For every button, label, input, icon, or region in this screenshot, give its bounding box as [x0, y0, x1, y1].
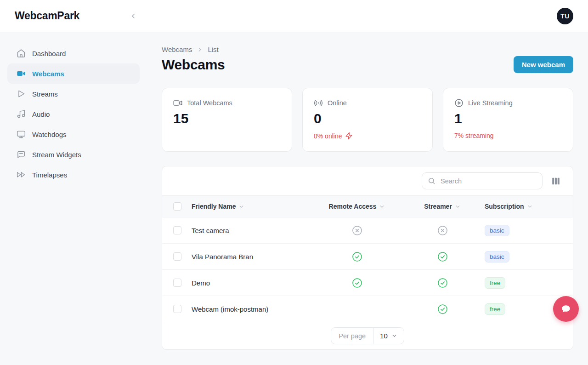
sidebar-item-dashboard[interactable]: Dashboard: [7, 43, 140, 63]
check-circle-icon: [437, 251, 448, 262]
chevron-down-icon: [238, 204, 244, 210]
table-body: Test camera basic Vila Panorama Bran bas…: [162, 217, 573, 322]
stat-card-live-streaming: Live Streaming 1 7% streaming: [443, 88, 573, 152]
sidebar-collapse-button[interactable]: [127, 10, 140, 23]
subscription-badge: basic: [485, 225, 509, 236]
chevron-right-icon: [197, 46, 203, 53]
stat-card-total-webcams: Total Webcams 15: [162, 88, 292, 152]
sidebar-item-label: Webcams: [32, 70, 64, 78]
sidebar-item-watchdogs[interactable]: Watchdogs: [7, 124, 140, 144]
stat-value: 15: [173, 111, 281, 126]
new-webcam-button[interactable]: New webcam: [514, 56, 573, 73]
table-row[interactable]: Demo free: [162, 270, 573, 296]
chat-bubble-icon: [560, 302, 572, 315]
sidebar-item-webcams[interactable]: Webcams: [7, 63, 140, 84]
video-camera-icon: [17, 69, 26, 78]
webcam-name: Demo: [192, 279, 306, 287]
check-circle-icon: [437, 304, 448, 314]
column-header-remote-access[interactable]: Remote Access: [306, 203, 407, 210]
avatar[interactable]: TU: [557, 8, 573, 24]
sidebar: Dashboard Webcams Streams Audio Watchdog…: [0, 32, 147, 365]
sidebar-item-timelapses[interactable]: Timelapses: [7, 165, 140, 185]
table-row[interactable]: Vila Panorama Bran basic: [162, 244, 573, 270]
sidebar-item-audio[interactable]: Audio: [7, 104, 140, 124]
check-circle-icon: [352, 251, 362, 262]
streamer-status: [407, 304, 477, 314]
streamer-status: [407, 225, 477, 236]
per-page-control: Per page 10: [331, 327, 404, 344]
chevron-left-icon: [130, 12, 137, 20]
chat-widget-button[interactable]: [553, 296, 579, 322]
sidebar-item-stream-widgets[interactable]: Stream Widgets: [7, 144, 140, 165]
play-icon: [17, 89, 26, 98]
chevron-down-icon: [527, 204, 533, 210]
table-row[interactable]: Webcam (imok-postman) free: [162, 296, 573, 322]
remote-access-status: [306, 225, 407, 236]
webcams-table: Friendly Name Remote Access Streamer: [162, 166, 573, 350]
search-box: [422, 172, 543, 189]
columns-settings-button[interactable]: [550, 175, 562, 187]
table-toolbar: [162, 166, 573, 195]
table-row[interactable]: Test camera basic: [162, 217, 573, 244]
select-all-checkbox[interactable]: [173, 202, 181, 211]
page-title: Webcams: [162, 57, 225, 73]
chevron-down-icon: [455, 204, 461, 210]
check-circle-icon: [437, 278, 448, 288]
row-checkbox[interactable]: [173, 305, 181, 313]
per-page-select[interactable]: 10: [373, 328, 404, 344]
stat-card-online: Online 0 0% online: [302, 88, 433, 152]
streamer-status: [407, 251, 477, 262]
chevron-down-icon: [379, 204, 385, 210]
sidebar-item-label: Dashboard: [32, 50, 66, 57]
sidebar-item-label: Streams: [32, 90, 58, 98]
table-footer: Per page 10: [162, 322, 573, 349]
music-note-icon: [17, 109, 26, 119]
stats-cards: Total Webcams 15 Online 0 0% online: [162, 88, 573, 152]
stat-value: 1: [454, 111, 562, 126]
subscription-badge: free: [485, 277, 505, 289]
sidebar-item-label: Watchdogs: [32, 131, 66, 138]
webcam-name: Webcam (imok-postman): [192, 305, 306, 313]
sidebar-item-streams[interactable]: Streams: [7, 84, 140, 104]
stat-label: Online: [328, 99, 347, 107]
row-checkbox[interactable]: [173, 279, 181, 287]
play-circle-icon: [454, 98, 464, 108]
search-input[interactable]: [422, 172, 543, 189]
table-header-row: Friendly Name Remote Access Streamer: [162, 195, 573, 217]
fast-forward-icon: [17, 170, 26, 179]
video-icon: [173, 98, 182, 108]
column-header-streamer[interactable]: Streamer: [407, 203, 477, 210]
lightning-bolt-icon: [345, 132, 353, 140]
breadcrumb-list[interactable]: List: [208, 46, 218, 53]
subscription-badge: free: [485, 303, 505, 315]
breadcrumb: Webcams List: [162, 46, 573, 53]
broadcast-icon: [314, 98, 323, 108]
columns-icon: [551, 176, 561, 186]
webcam-name: Vila Panorama Bran: [192, 253, 306, 261]
home-icon: [17, 49, 26, 58]
column-header-friendly-name[interactable]: Friendly Name: [192, 203, 306, 210]
stat-value: 0: [314, 111, 421, 126]
app-logo: WebcamPark: [15, 10, 79, 22]
column-header-subscription[interactable]: Subscription: [477, 203, 573, 210]
check-circle-icon: [352, 278, 362, 288]
sidebar-item-label: Audio: [32, 110, 50, 118]
row-checkbox[interactable]: [173, 226, 181, 234]
remote-access-status: [306, 251, 407, 262]
monitor-icon: [17, 130, 26, 139]
stat-label: Live Streaming: [468, 99, 513, 107]
chevron-down-icon: [391, 333, 397, 339]
breadcrumb-webcams[interactable]: Webcams: [162, 46, 192, 53]
x-circle-icon: [437, 225, 448, 236]
main-content: Webcams List Webcams New webcam Total We…: [147, 32, 588, 365]
webcam-name: Test camera: [192, 227, 306, 234]
sidebar-item-label: Timelapses: [32, 171, 67, 179]
top-header: WebcamPark TU: [0, 0, 588, 32]
per-page-label: Per page: [331, 328, 373, 344]
streamer-status: [407, 278, 477, 288]
subscription-badge: basic: [485, 251, 509, 262]
stat-label: Total Webcams: [187, 99, 232, 107]
remote-access-status: [306, 278, 407, 288]
stat-subtext: 0% online: [314, 132, 421, 140]
row-checkbox[interactable]: [173, 252, 181, 261]
